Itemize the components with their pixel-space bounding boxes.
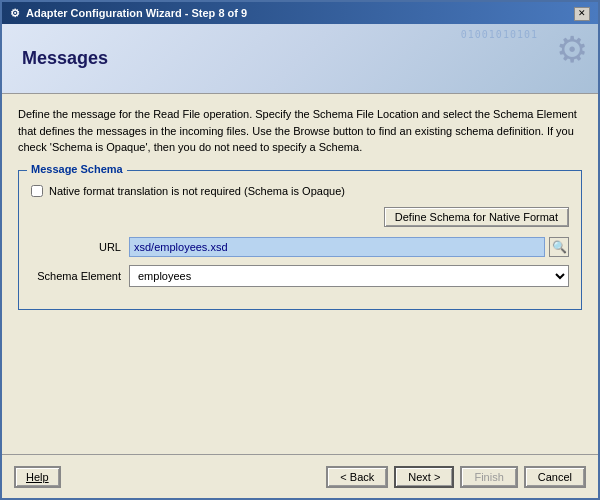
define-button-row: Define Schema for Native Format: [31, 207, 569, 227]
title-icon: ⚙: [10, 7, 20, 20]
description-text: Define the message for the Read File ope…: [18, 106, 582, 156]
schema-element-row: Schema Element employees: [31, 265, 569, 287]
message-schema-group: Message Schema Native format translation…: [18, 170, 582, 310]
url-input-wrapper: 🔍: [129, 237, 569, 257]
footer: Help < Back Next > Finish Cancel: [2, 454, 598, 498]
schema-element-select[interactable]: employees: [129, 265, 569, 287]
opaque-checkbox[interactable]: [31, 185, 43, 197]
schema-element-label: Schema Element: [31, 270, 121, 282]
title-bar: ⚙ Adapter Configuration Wizard - Step 8 …: [2, 2, 598, 24]
cancel-button[interactable]: Cancel: [524, 466, 586, 488]
window-title: Adapter Configuration Wizard - Step 8 of…: [26, 7, 247, 19]
define-schema-button[interactable]: Define Schema for Native Format: [384, 207, 569, 227]
browse-icon[interactable]: 🔍: [549, 237, 569, 257]
header-area: Messages 01001010101 ⚙: [2, 24, 598, 94]
url-row: URL 🔍: [31, 237, 569, 257]
header-gear-icon: ⚙: [556, 29, 588, 70]
group-box-legend: Message Schema: [27, 163, 127, 175]
title-bar-text: ⚙ Adapter Configuration Wizard - Step 8 …: [10, 7, 247, 20]
header-title: Messages: [22, 48, 108, 69]
header-bg-decoration: 01001010101: [461, 29, 538, 40]
footer-right: < Back Next > Finish Cancel: [326, 466, 586, 488]
next-button[interactable]: Next >: [394, 466, 454, 488]
title-bar-controls: ✕: [574, 5, 590, 21]
close-button[interactable]: ✕: [574, 7, 590, 21]
url-label: URL: [31, 241, 121, 253]
checkbox-row: Native format translation is not require…: [31, 185, 569, 197]
footer-left: Help: [14, 466, 61, 488]
content-area: Define the message for the Read File ope…: [2, 94, 598, 454]
header-icon-area: ⚙: [556, 29, 588, 71]
back-button[interactable]: < Back: [326, 466, 388, 488]
opaque-checkbox-label: Native format translation is not require…: [49, 185, 345, 197]
url-input[interactable]: [129, 237, 545, 257]
finish-button[interactable]: Finish: [460, 466, 517, 488]
wizard-window: ⚙ Adapter Configuration Wizard - Step 8 …: [0, 0, 600, 500]
help-button[interactable]: Help: [14, 466, 61, 488]
